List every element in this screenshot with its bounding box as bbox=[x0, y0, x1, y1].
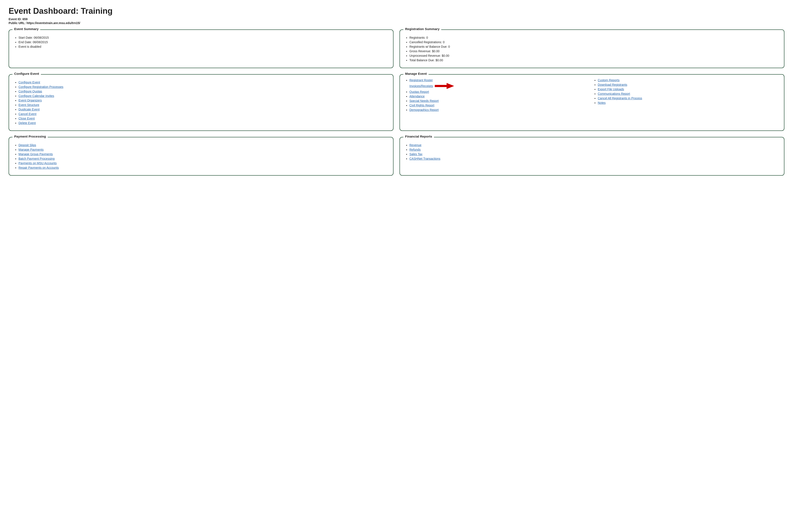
list-item: End Date: 06/08/2015 bbox=[18, 40, 388, 44]
configure-event-link[interactable]: Configure Event bbox=[18, 81, 40, 84]
quotas-report-link[interactable]: Quotas Report bbox=[410, 90, 429, 94]
list-item: Event is disabled bbox=[18, 45, 388, 49]
registrant-roster-link[interactable]: Registrant Roster bbox=[410, 78, 433, 82]
manage-event-title: Manage Event bbox=[403, 72, 429, 75]
list-item: Batch Payment Processing bbox=[18, 157, 388, 160]
list-item: Start Date: 06/08/2015 bbox=[18, 36, 388, 39]
list-item: Registrant Roster bbox=[410, 78, 591, 82]
list-item: Manage Group Payments bbox=[18, 152, 388, 156]
middle-row: Configure Event Configure Event Configur… bbox=[8, 74, 785, 131]
configure-quotas-link[interactable]: Configure Quotas bbox=[18, 90, 42, 93]
refunds-link[interactable]: Refunds bbox=[410, 148, 420, 151]
list-item: Configure Quotas bbox=[18, 90, 388, 93]
event-structure-link[interactable]: Event Structure bbox=[18, 103, 39, 107]
manage-event-card: Manage Event Registrant Roster Invoices/… bbox=[399, 74, 785, 131]
red-arrow-icon bbox=[435, 83, 454, 89]
event-summary-card: Event Summary Start Date: 06/08/2015 End… bbox=[8, 30, 394, 68]
list-item: Event Organizers bbox=[18, 99, 388, 102]
duplicate-event-link[interactable]: Duplicate Event bbox=[18, 108, 40, 111]
list-item: Duplicate Event bbox=[18, 108, 388, 111]
invoices-receipts-link[interactable]: Invoices/Receipts bbox=[410, 84, 433, 88]
configure-registration-processes-link[interactable]: Configure Registration Processes bbox=[18, 85, 63, 89]
list-item: Special Needs Report bbox=[410, 99, 591, 102]
close-event-link[interactable]: Close Event bbox=[18, 117, 35, 120]
download-registrants-link[interactable]: Download Registrants bbox=[598, 83, 627, 87]
event-summary-list: Start Date: 06/08/2015 End Date: 06/08/2… bbox=[14, 36, 388, 49]
list-item: Cancelled Registrations: 0 bbox=[410, 40, 779, 44]
svg-marker-0 bbox=[435, 83, 454, 89]
manage-event-col2: Custom Reports Download Registrants Expo… bbox=[593, 78, 779, 113]
civil-rights-report-link[interactable]: Civil Rights Report bbox=[410, 103, 434, 107]
list-item: Manage Payments bbox=[18, 148, 388, 151]
top-row: Event Summary Start Date: 06/08/2015 End… bbox=[8, 30, 785, 68]
payment-processing-card: Payment Processing Deposit Slips Manage … bbox=[8, 137, 394, 176]
list-item: Communications Report bbox=[598, 92, 779, 95]
event-id: Event ID: 659 bbox=[8, 17, 785, 21]
deposit-slips-link[interactable]: Deposit Slips bbox=[18, 144, 36, 147]
communications-report-link[interactable]: Communications Report bbox=[598, 92, 630, 95]
list-item: Gross Revenue: $0.00 bbox=[410, 50, 779, 53]
demographics-report-link[interactable]: Demographics Report bbox=[410, 108, 439, 112]
revenue-link[interactable]: Revenue bbox=[410, 144, 421, 147]
list-item: Deposit Slips bbox=[18, 144, 388, 147]
custom-reports-link[interactable]: Custom Reports bbox=[598, 78, 620, 82]
event-organizers-link[interactable]: Event Organizers bbox=[18, 99, 42, 102]
registration-summary-card: Registration Summary Registrants: 0 Canc… bbox=[399, 30, 785, 68]
bottom-row: Payment Processing Deposit Slips Manage … bbox=[8, 137, 785, 176]
public-url: Public URL: https://eventstrain.anr.msu.… bbox=[8, 21, 785, 25]
sales-tax-link[interactable]: Sales Tax bbox=[410, 152, 422, 156]
list-item: Cancel Event bbox=[18, 112, 388, 116]
list-item: Download Registrants bbox=[598, 83, 779, 87]
attendance-link[interactable]: Attendance bbox=[410, 95, 425, 98]
list-item: Notes bbox=[598, 101, 779, 104]
list-item: Export File Uploads bbox=[598, 88, 779, 91]
list-item: Cancel All Registrants in Process bbox=[598, 96, 779, 100]
configure-event-card: Configure Event Configure Event Configur… bbox=[8, 74, 394, 131]
list-item: Repair Payments on Accounts bbox=[18, 166, 388, 169]
payments-on-msu-accounts-link[interactable]: Payments on MSU Accounts bbox=[18, 162, 57, 165]
list-item: Close Event bbox=[18, 117, 388, 120]
list-item: Payments on MSU Accounts bbox=[18, 162, 388, 165]
batch-payment-processing-link[interactable]: Batch Payment Processing bbox=[18, 157, 55, 160]
list-item: Attendance bbox=[410, 95, 591, 98]
manage-payments-link[interactable]: Manage Payments bbox=[18, 148, 44, 151]
list-item: Civil Rights Report bbox=[410, 103, 591, 107]
repair-payments-on-accounts-link[interactable]: Repair Payments on Accounts bbox=[18, 166, 59, 169]
registration-summary-title: Registration Summary bbox=[403, 27, 441, 31]
list-item: Sales Tax bbox=[410, 152, 779, 156]
list-item: Delete Event bbox=[18, 121, 388, 125]
list-item: Demographics Report bbox=[410, 108, 591, 112]
configure-event-title: Configure Event bbox=[13, 72, 41, 75]
payment-processing-title: Payment Processing bbox=[13, 135, 48, 138]
registration-summary-list: Registrants: 0 Cancelled Registrations: … bbox=[405, 36, 779, 62]
page-title: Event Dashboard: Training bbox=[8, 6, 785, 16]
list-item: CASHNet Transactions bbox=[410, 157, 779, 160]
list-item: Configure Registration Processes bbox=[18, 85, 388, 89]
manage-event-col1: Registrant Roster Invoices/Receipts Quot… bbox=[405, 78, 591, 113]
list-item: Revenue bbox=[410, 144, 779, 147]
notes-link[interactable]: Notes bbox=[598, 101, 606, 104]
manage-group-payments-link[interactable]: Manage Group Payments bbox=[18, 152, 53, 156]
list-item: Custom Reports bbox=[598, 78, 779, 82]
configure-calendar-invites-link[interactable]: Configure Calendar Invites bbox=[18, 94, 54, 98]
list-item: Registrants w/ Balance Due: 0 bbox=[410, 45, 779, 49]
list-item: Quotas Report bbox=[410, 90, 591, 94]
list-item: Registrants: 0 bbox=[410, 36, 779, 39]
financial-reports-list: Revenue Refunds Sales Tax CASHNet Transa… bbox=[405, 144, 779, 160]
financial-reports-title: Financial Reports bbox=[403, 135, 434, 138]
list-item: Unprocessed Revenue: $0.00 bbox=[410, 54, 779, 57]
manage-event-columns: Registrant Roster Invoices/Receipts Quot… bbox=[405, 78, 779, 113]
cancel-event-link[interactable]: Cancel Event bbox=[18, 112, 36, 116]
configure-event-list: Configure Event Configure Registration P… bbox=[14, 81, 388, 125]
list-item: Refunds bbox=[410, 148, 779, 151]
financial-reports-card: Financial Reports Revenue Refunds Sales … bbox=[399, 137, 785, 176]
list-item: Event Structure bbox=[18, 103, 388, 107]
list-item: Configure Event bbox=[18, 81, 388, 84]
export-file-uploads-link[interactable]: Export File Uploads bbox=[598, 88, 624, 91]
cashnet-transactions-link[interactable]: CASHNet Transactions bbox=[410, 157, 440, 160]
delete-event-link[interactable]: Delete Event bbox=[18, 121, 36, 125]
cancel-all-registrants-link[interactable]: Cancel All Registrants in Process bbox=[598, 96, 642, 100]
special-needs-report-link[interactable]: Special Needs Report bbox=[410, 99, 439, 102]
event-summary-title: Event Summary bbox=[13, 27, 40, 31]
list-item: Configure Calendar Invites bbox=[18, 94, 388, 98]
